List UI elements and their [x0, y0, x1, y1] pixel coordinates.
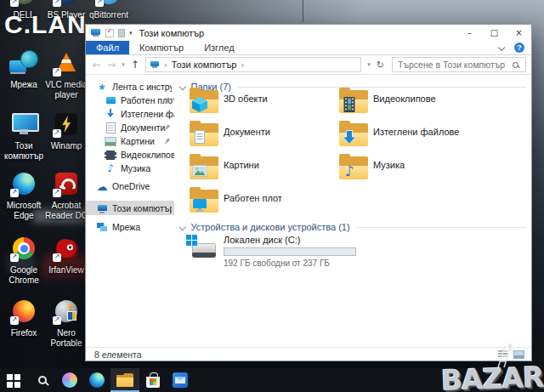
desktop-icon-network[interactable]: Мрежа [2, 48, 46, 90]
shortcut-arrow-icon [53, 129, 61, 138]
help-icon[interactable]: ? [514, 43, 524, 53]
desktop-icon-qbittorrent[interactable]: qBittorrent [87, 0, 131, 20]
breadcrumb[interactable]: Този компютър [172, 60, 237, 70]
shortcut-arrow-icon [95, 0, 104, 7]
desktop-folder-icon [190, 189, 218, 213]
store-icon [146, 377, 160, 388]
nav-item-quick-access[interactable]: Лента с инструменти [86, 80, 174, 94]
group-header-line [237, 87, 526, 88]
desktop-icon-acrobat[interactable]: Acrobat Reader DC [44, 168, 88, 221]
nav-item-network[interactable]: Мрежа [86, 220, 174, 234]
watermark-ladder-figure [491, 343, 520, 368]
music-note-icon: ♪ [345, 164, 354, 179]
folder-3d-objects[interactable]: 3D обекти [190, 89, 268, 114]
nav-item-onedrive[interactable]: OneDrive [86, 179, 174, 193]
search-input[interactable]: Търсене в Този компютър [398, 60, 513, 70]
taskbar-edge-button[interactable] [83, 368, 110, 392]
pictures-folder-icon [190, 156, 218, 180]
desktop-icon-edge[interactable]: Microsoft Edge [2, 168, 46, 221]
window-title: Този компютър [139, 28, 205, 38]
taskbar-file-explorer-button[interactable] [110, 368, 139, 392]
desktop-icon-irfanview[interactable]: IrfanView [44, 233, 88, 276]
nav-item-pictures[interactable]: Картини [86, 134, 174, 148]
address-bar: ← → ▾ ↑ › Този компютър › ▾ ↻ Търсене в … [86, 55, 531, 75]
customize-chevron-icon[interactable]: ▾ [129, 30, 133, 37]
nav-item-downloads[interactable]: Изтеглени файлове [86, 107, 174, 121]
folder-pictures[interactable]: Картини [190, 156, 259, 180]
up-arrow-icon[interactable]: ↑ [131, 60, 139, 70]
desktop-icon-this-pc[interactable]: Този компютър [2, 109, 46, 162]
explorer-window: ▾ Този компютър – □ × Файл Компютър Изгл… [85, 24, 532, 361]
minimize-button[interactable]: – [457, 25, 482, 41]
collapse-chevron-icon[interactable] [179, 83, 186, 90]
nav-item-this-pc[interactable]: Този компютър [86, 201, 174, 215]
desktop-icon-vlc[interactable]: VLC media player [44, 48, 88, 100]
start-button[interactable] [0, 368, 29, 392]
folder-music[interactable]: ♪ Музика [339, 156, 405, 180]
breadcrumb-separator-icon: › [164, 60, 167, 70]
desktop-icon-label: Microsoft Edge [2, 201, 46, 221]
nav-item-music[interactable]: Музика [86, 162, 174, 175]
desktop-icon-winamp[interactable]: Winamp [44, 109, 88, 151]
title-bar: ▾ Този компютър – □ × [86, 25, 531, 41]
taskbar-copilot-button[interactable] [56, 368, 83, 392]
search-box[interactable]: Търсене в Този компютър [392, 57, 526, 72]
new-folder-icon[interactable] [118, 29, 125, 37]
videos-folder-icon [339, 89, 368, 114]
desktop-icon-label: Winamp [51, 141, 82, 151]
maximize-button[interactable]: □ [482, 25, 507, 41]
onedrive-cloud-icon [96, 180, 108, 192]
desktop-icon-label: Nero Portable [44, 328, 88, 349]
breadcrumb-separator-icon: › [241, 60, 244, 70]
3d-objects-folder-icon [190, 89, 218, 114]
desktop-icon-chrome[interactable]: Google Chrome [2, 233, 46, 286]
tab-view[interactable]: Изглед [194, 41, 244, 54]
address-box[interactable]: › Този компютър › [145, 57, 362, 72]
desktop-icon-label: Мрежа [10, 80, 37, 90]
tab-file[interactable]: Файл [86, 41, 129, 54]
forward-arrow-icon[interactable]: → [107, 60, 116, 70]
computer-icon [10, 112, 37, 136]
ribbon-tabs: Файл Компютър Изглед ? [86, 41, 531, 55]
wallpaper-antenna [303, 0, 303, 22]
expand-ribbon-chevron-icon[interactable] [498, 44, 505, 51]
folder-desktop[interactable]: Работен плот [190, 189, 282, 213]
music-folder-icon: ♪ [339, 156, 368, 180]
refresh-icon[interactable]: ↻ [377, 60, 384, 71]
address-dropdown-chevron-icon[interactable]: ▾ [367, 61, 371, 68]
collapse-chevron-icon[interactable] [179, 224, 186, 230]
nav-item-desktop[interactable]: Работен плот [86, 94, 174, 107]
taskbar-search-button[interactable] [29, 368, 56, 392]
folder-icon [116, 373, 133, 387]
desktop-icon-nero[interactable]: Nero Portable [44, 296, 88, 349]
recent-locations-chevron-icon[interactable]: ▾ [122, 62, 125, 68]
network-icon [9, 50, 38, 76]
folder-documents[interactable]: Документи [190, 122, 270, 147]
taskbar-store-button[interactable] [139, 368, 167, 392]
devices-group-header[interactable]: Устройства и дискови устройства (1) [174, 222, 526, 232]
close-button[interactable]: × [507, 25, 531, 41]
pin-icon [162, 136, 171, 145]
edge-icon [89, 372, 105, 388]
window-controls: – □ × [457, 25, 531, 41]
desktop-icon-label: Google Chrome [2, 265, 46, 286]
tab-computer[interactable]: Компютър [129, 41, 194, 54]
drive-free-space: 192 ГБ свободни от 237 ГБ [224, 258, 356, 268]
folder-videos[interactable]: Видеоклипове [339, 89, 436, 114]
nav-item-videos[interactable]: Видеоклипове [86, 148, 174, 162]
hard-drive-icon [186, 235, 218, 260]
drive-local-disk-c[interactable]: Локален диск (C:) 192 ГБ свободни от 237… [186, 235, 356, 268]
folder-downloads[interactable]: Изтеглени файлове [339, 122, 459, 147]
nav-item-documents[interactable]: Документи [86, 121, 174, 134]
navigation-pane: Лента с инструменти Работен плот Изтегле… [86, 75, 174, 349]
downloads-folder-icon [339, 122, 368, 147]
computer-icon [96, 202, 108, 214]
properties-icon[interactable] [105, 29, 114, 37]
shortcut-arrow-icon [10, 253, 19, 262]
shortcut-arrow-icon [53, 253, 61, 262]
back-arrow-icon[interactable]: ← [93, 60, 101, 70]
items-count: 8 елемента [94, 349, 142, 360]
windows-logo-icon [186, 235, 191, 240]
taskbar-mail-button[interactable] [167, 368, 194, 392]
desktop-icon-firefox[interactable]: Firefox [2, 296, 46, 338]
